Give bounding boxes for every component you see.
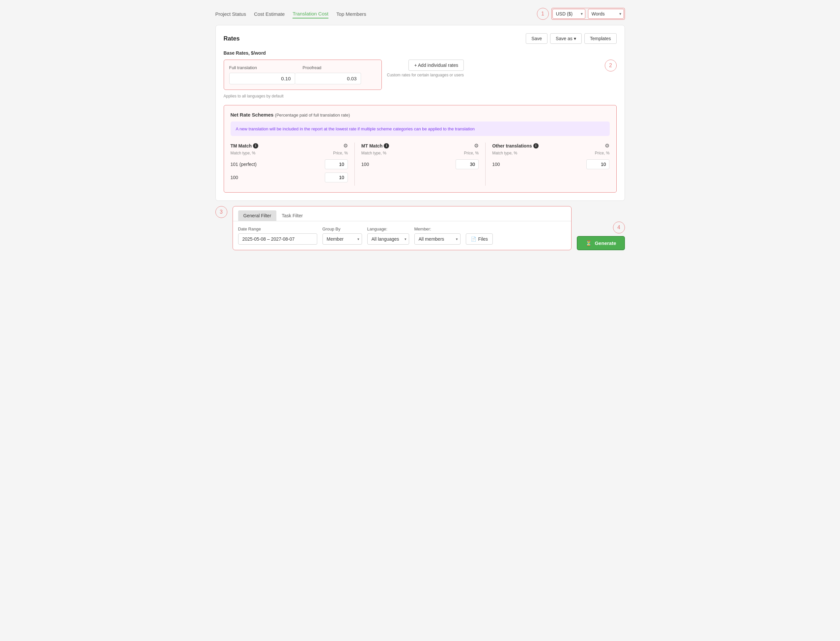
filter-card: General Filter Task Filter Date Range Gr… xyxy=(233,206,572,250)
rates-row: Full translation Proofread Applies to al… xyxy=(224,60,617,98)
group-by-label: Group By xyxy=(323,227,362,232)
member-select-wrapper: All members Member 1 Member 2 xyxy=(414,234,460,245)
other-translations-title: Other translations i xyxy=(492,143,539,148)
tm-match-info-icon[interactable]: i xyxy=(253,143,258,148)
other-translations-gear-icon[interactable]: ⚙ xyxy=(605,143,609,149)
nav-links: Project Status Cost Estimate Translation… xyxy=(215,10,529,18)
task-filter-tab[interactable]: Task Filter xyxy=(276,210,308,221)
step4-badge: 4 xyxy=(613,222,625,234)
other-translations-column: Other translations i ⚙ Match type, % Pri… xyxy=(492,143,609,186)
net-rate-title: Net Rate Schemes (Percentage paid of ful… xyxy=(231,112,610,118)
rates-card-header: Rates Save Save as ▾ Templates xyxy=(224,33,617,44)
save-button[interactable]: Save xyxy=(526,33,548,44)
mt-row-0: 100 xyxy=(361,159,479,169)
files-label: Files xyxy=(478,237,488,242)
base-rates-box: Full translation Proofread xyxy=(224,60,382,90)
other-translations-title-text: Other translations xyxy=(492,143,532,148)
nav-cost-estimate[interactable]: Cost Estimate xyxy=(254,10,284,18)
net-rate-info-box: A new translation will be included in th… xyxy=(231,121,610,136)
hourglass-icon: ⏳ xyxy=(585,240,592,246)
mt-price-label: Price, % xyxy=(464,151,479,155)
mt-match-column: MT Match i ⚙ Match type, % Price, % 100 xyxy=(361,143,486,186)
mt-match-subheader: Match type, % Price, % xyxy=(361,151,479,155)
full-translation-input[interactable] xyxy=(229,73,295,84)
proofread-input[interactable] xyxy=(295,73,361,84)
other-price-input-0[interactable] xyxy=(586,159,609,169)
base-rates-title: Base Rates, $/word xyxy=(224,50,617,56)
unit-select-wrapper: Words Characters Segments xyxy=(588,9,624,19)
generate-button[interactable]: ⏳ Generate xyxy=(577,236,625,250)
mt-match-info-icon[interactable]: i xyxy=(384,143,389,148)
date-range-input[interactable] xyxy=(238,234,317,245)
other-price-label: Price, % xyxy=(595,151,610,155)
mt-match-title: MT Match i xyxy=(361,143,389,148)
step3-badge: 3 xyxy=(215,206,227,218)
tm-match-gear-icon[interactable]: ⚙ xyxy=(343,143,348,149)
tm-match-header: TM Match i ⚙ xyxy=(231,143,348,149)
rates-actions: Save Save as ▾ Templates xyxy=(526,33,616,44)
net-rate-columns: TM Match i ⚙ Match type, % Price, % 101 … xyxy=(231,143,610,186)
tm-price-label: Price, % xyxy=(333,151,348,155)
step1-badge: 1 xyxy=(537,8,549,20)
date-range-group: Date Range xyxy=(238,227,317,245)
net-rate-schemes-section: Net Rate Schemes (Percentage paid of ful… xyxy=(224,105,617,193)
tm-price-input-0[interactable] xyxy=(325,159,348,169)
tm-price-input-1[interactable] xyxy=(325,172,348,182)
base-rates-input-group: Full translation Proofread Applies to al… xyxy=(224,60,382,98)
tm-row-1: 100 xyxy=(231,172,348,182)
tm-row-0: 101 (perfect) xyxy=(231,159,348,169)
mt-match-gear-icon[interactable]: ⚙ xyxy=(474,143,479,149)
mt-match-title-text: MT Match xyxy=(361,143,383,148)
templates-button[interactable]: Templates xyxy=(585,33,617,44)
rate-inputs xyxy=(229,73,376,84)
tm-match-type-label: Match type, % xyxy=(231,151,255,155)
nav-translation-cost[interactable]: Translation Cost xyxy=(292,10,328,18)
tm-match-title-text: TM Match xyxy=(231,143,252,148)
language-label: Language: xyxy=(367,227,409,232)
net-rate-subtitle: (Percentage paid of full translation rat… xyxy=(275,113,350,118)
save-as-label: Save as xyxy=(556,36,572,41)
step4-group: 4 ⏳ Generate xyxy=(577,206,625,250)
mt-match-header: MT Match i ⚙ xyxy=(361,143,479,149)
other-translations-subheader: Match type, % Price, % xyxy=(492,151,609,155)
mt-match-type-label: Match type, % xyxy=(361,151,386,155)
custom-rates-info: Custom rates for certain languages or us… xyxy=(387,73,464,77)
base-rates-section: Base Rates, $/word Full translation Proo… xyxy=(224,50,617,98)
files-button[interactable]: 📄 Files xyxy=(466,234,493,245)
general-filter-tab[interactable]: General Filter xyxy=(238,210,277,221)
member-group: Member: All members Member 1 Member 2 xyxy=(414,227,460,245)
member-select[interactable]: All members Member 1 Member 2 xyxy=(414,234,460,245)
other-translations-info-icon[interactable]: i xyxy=(533,143,539,148)
unit-select[interactable]: Words Characters Segments xyxy=(588,9,624,19)
tm-match-title: TM Match i xyxy=(231,143,258,148)
tm-match-column: TM Match i ⚙ Match type, % Price, % 101 … xyxy=(231,143,355,186)
group-by-group: Group By Member Language Task xyxy=(323,227,362,245)
rates-info: Applies to all languages by default xyxy=(224,94,382,98)
member-label: Member: xyxy=(414,227,460,232)
mt-price-input-0[interactable] xyxy=(456,159,479,169)
language-group: Language: All languages English Spanish … xyxy=(367,227,409,245)
rates-title: Rates xyxy=(224,35,240,42)
applies-text: Applies to all languages by default xyxy=(224,94,382,98)
generate-label: Generate xyxy=(594,240,616,246)
top-controls: 1 USD ($) EUR (€) GBP (£) Words Characte… xyxy=(537,8,625,20)
save-as-button[interactable]: Save as ▾ xyxy=(550,33,582,44)
currency-select-wrapper: USD ($) EUR (€) GBP (£) xyxy=(552,9,585,19)
other-row-0: 100 xyxy=(492,159,609,169)
mt-match-type-0: 100 xyxy=(361,162,369,167)
group-by-select[interactable]: Member Language Task xyxy=(323,234,362,245)
filter-tabs: General Filter Task Filter xyxy=(233,206,572,221)
add-individual-rates-button[interactable]: + Add individual rates xyxy=(409,60,464,71)
language-select[interactable]: All languages English Spanish French xyxy=(367,234,409,245)
other-match-type-0: 100 xyxy=(492,162,500,167)
nav-project-status[interactable]: Project Status xyxy=(215,10,246,18)
net-rate-info-text: A new translation will be included in th… xyxy=(236,126,475,131)
currency-words-group: USD ($) EUR (€) GBP (£) Words Characters… xyxy=(551,8,625,20)
currency-select[interactable]: USD ($) EUR (€) GBP (£) xyxy=(552,9,585,19)
tm-match-type-1: 100 xyxy=(231,175,238,180)
filter-row: Date Range Group By Member Language Task xyxy=(238,227,566,245)
step2-badge: 2 xyxy=(605,60,617,71)
proofread-label: Proofread xyxy=(303,65,376,70)
nav-top-members[interactable]: Top Members xyxy=(336,10,366,18)
filter-content: Date Range Group By Member Language Task xyxy=(233,221,572,250)
